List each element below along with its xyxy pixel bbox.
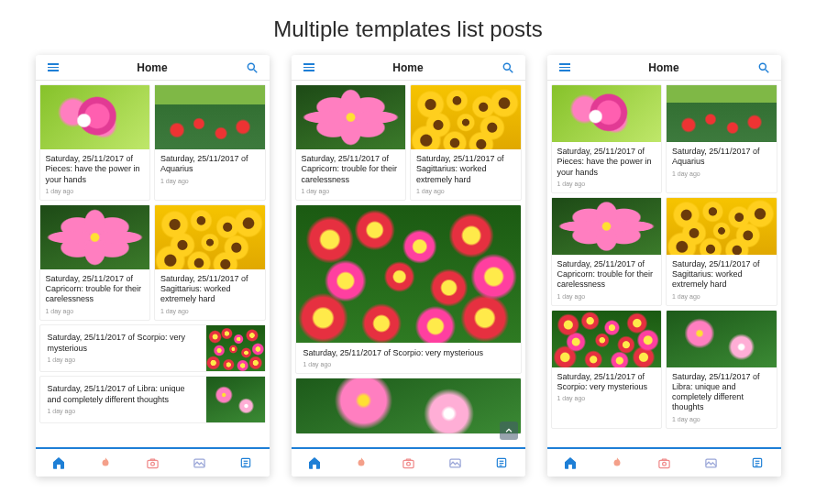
content-area: Saturday, 25/11/2017 of Capricorn: troub… (292, 81, 525, 447)
post-title: Saturday, 25/11/2017 of Sagittarius: wor… (672, 259, 771, 290)
post-meta: 1 day ago (416, 188, 515, 194)
scroll-to-top-button[interactable] (500, 422, 518, 440)
search-icon[interactable] (755, 60, 772, 76)
tab-camera[interactable] (656, 455, 672, 471)
post-card[interactable]: Saturday, 25/11/2017 of Sagittarius: wor… (410, 84, 522, 201)
post-image (296, 205, 521, 343)
post-card[interactable]: Saturday, 25/11/2017 of Libra: unique an… (666, 310, 777, 429)
post-card[interactable]: Saturday, 25/11/2017 of Pieces: have the… (39, 84, 151, 201)
tab-home[interactable] (50, 455, 67, 471)
post-meta: 1 day ago (672, 416, 771, 422)
post-meta: 1 day ago (557, 181, 656, 187)
post-image (155, 205, 265, 269)
post-title: Saturday, 25/11/2017 of Scorpio: very my… (557, 372, 656, 393)
post-card[interactable]: Saturday, 25/11/2017 of Pieces: have the… (551, 84, 663, 193)
post-image (296, 85, 406, 149)
page-title: Multiple templates list posts (0, 0, 816, 55)
phone-template-2: Home Saturday, 25/11/2017 of Capricorn: … (292, 55, 525, 477)
tab-camera[interactable] (400, 455, 416, 471)
menu-icon[interactable] (301, 60, 317, 76)
post-card[interactable]: Saturday, 25/11/2017 of Sagittarius: wor… (666, 197, 777, 306)
post-meta: 1 day ago (672, 170, 771, 177)
bottom-bar (36, 447, 270, 477)
tab-list[interactable] (749, 455, 766, 471)
svg-rect-2 (147, 460, 157, 467)
post-image (667, 311, 777, 367)
post-card[interactable]: Saturday, 25/11/2017 of Capricorn: troub… (295, 84, 407, 201)
post-title: Saturday, 25/11/2017 of Scorpio: very my… (303, 348, 513, 358)
post-card[interactable]: Saturday, 25/11/2017 of Scorpio: very my… (551, 310, 663, 429)
tab-trending[interactable] (97, 455, 114, 471)
post-title: Saturday, 25/11/2017 of Libra: unique an… (672, 372, 771, 413)
post-image (667, 198, 777, 255)
phone-template-1: Home Saturday, 25/11/2017 of Pieces: hav… (36, 55, 270, 477)
tab-home[interactable] (562, 455, 579, 471)
top-bar: Home (547, 55, 781, 81)
post-meta: 1 day ago (48, 408, 199, 414)
svg-rect-20 (658, 460, 668, 467)
post-image (552, 311, 662, 367)
tab-gallery[interactable] (191, 455, 207, 471)
svg-point-0 (248, 63, 254, 70)
post-row[interactable]: Saturday, 25/11/2017 of Scorpio: very my… (39, 324, 266, 372)
post-row[interactable]: Saturday, 25/11/2017 of Libra: unique an… (39, 376, 266, 423)
post-title: Saturday, 25/11/2017 of Pieces: have the… (557, 147, 656, 178)
post-title: Saturday, 25/11/2017 of Capricorn: troub… (557, 259, 656, 290)
top-bar: Home (292, 55, 525, 81)
post-image (206, 377, 265, 422)
header-title: Home (137, 61, 167, 74)
post-image (296, 378, 521, 433)
svg-line-10 (509, 69, 513, 72)
post-image (40, 205, 150, 269)
tab-trending[interactable] (609, 455, 625, 471)
post-image (206, 325, 265, 371)
post-meta: 1 day ago (557, 395, 656, 401)
tab-gallery[interactable] (447, 455, 463, 471)
search-icon[interactable] (500, 60, 516, 76)
post-image (155, 85, 265, 149)
post-full[interactable] (295, 378, 522, 434)
svg-rect-11 (402, 460, 413, 467)
tab-list[interactable] (493, 455, 510, 471)
search-icon[interactable] (244, 60, 260, 76)
post-meta: 1 day ago (303, 361, 513, 367)
svg-point-18 (759, 63, 766, 70)
tab-list[interactable] (237, 455, 254, 471)
post-title: Saturday, 25/11/2017 of Libra: unique an… (48, 384, 199, 405)
post-title: Saturday, 25/11/2017 of Sagittarius: wor… (416, 154, 515, 185)
svg-line-19 (765, 69, 768, 72)
post-meta: 1 day ago (557, 293, 656, 300)
svg-point-21 (662, 462, 666, 466)
svg-line-1 (253, 69, 257, 72)
tab-home[interactable] (306, 455, 323, 471)
post-card[interactable]: Saturday, 25/11/2017 of Aquarius1 day ag… (154, 84, 266, 201)
post-meta: 1 day ago (46, 188, 145, 194)
post-card[interactable]: Saturday, 25/11/2017 of Sagittarius: wor… (154, 204, 266, 321)
tab-gallery[interactable] (702, 455, 719, 471)
post-title: Saturday, 25/11/2017 of Scorpio: very my… (48, 333, 199, 354)
menu-icon[interactable] (45, 60, 61, 76)
bottom-bar (547, 447, 781, 477)
post-image (40, 85, 150, 149)
svg-point-9 (503, 63, 510, 70)
content-area: Saturday, 25/11/2017 of Pieces: have the… (36, 81, 270, 447)
post-image (552, 198, 662, 255)
post-meta: 1 day ago (48, 356, 199, 363)
post-meta: 1 day ago (302, 188, 401, 194)
post-full[interactable]: Saturday, 25/11/2017 of Scorpio: very my… (295, 204, 522, 374)
svg-point-12 (406, 462, 410, 466)
post-title: Saturday, 25/11/2017 of Pieces: have the… (46, 154, 145, 185)
post-card[interactable]: Saturday, 25/11/2017 of Aquarius1 day ag… (666, 84, 777, 193)
bottom-bar (292, 447, 525, 477)
header-title: Home (648, 61, 678, 74)
post-image (667, 85, 777, 142)
phone-template-3: Home Saturday, 25/11/2017 of Pieces: hav… (547, 55, 781, 477)
post-card[interactable]: Saturday, 25/11/2017 of Capricorn: troub… (551, 197, 663, 306)
post-title: Saturday, 25/11/2017 of Capricorn: troub… (46, 274, 145, 305)
post-card[interactable]: Saturday, 25/11/2017 of Capricorn: troub… (39, 204, 151, 321)
menu-icon[interactable] (557, 60, 573, 76)
tab-camera[interactable] (144, 455, 160, 471)
tab-trending[interactable] (353, 455, 369, 471)
post-title: Saturday, 25/11/2017 of Aquarius (160, 154, 259, 175)
post-meta: 1 day ago (46, 308, 145, 314)
